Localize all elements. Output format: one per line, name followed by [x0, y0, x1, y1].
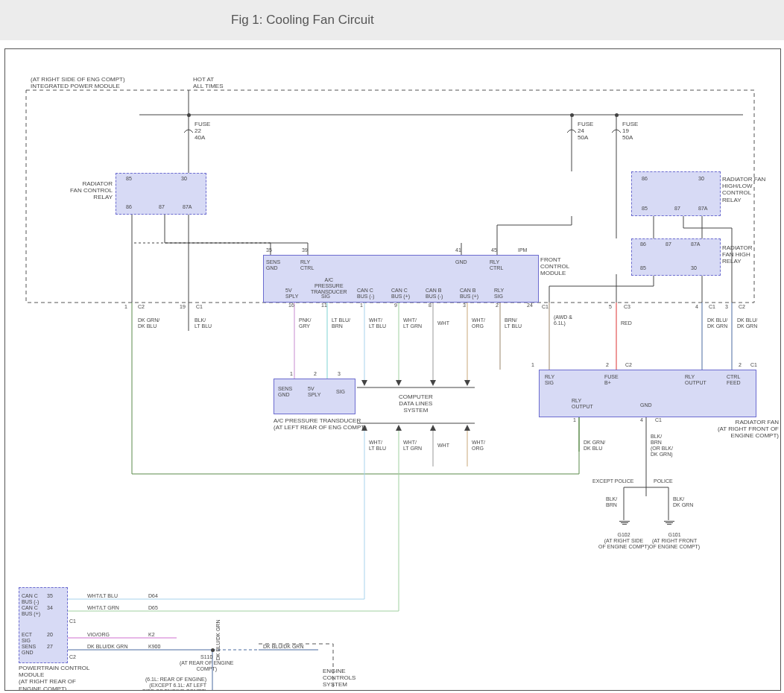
signal-label: RLY SIG — [545, 374, 554, 386]
arrow-down-icon — [464, 380, 470, 386]
arrow-up-icon — [361, 425, 367, 431]
pin-label: 20 — [47, 632, 53, 638]
wire-color: LT BLU/ BRN — [332, 317, 350, 329]
wire-color: BLK/ BRN — [606, 496, 617, 508]
figure-title: Fig 1: Cooling Fan Circuit — [0, 0, 784, 41]
pin-label: 24 — [527, 303, 533, 308]
pin-label: 85 — [126, 176, 132, 182]
conn-label: C1 — [542, 304, 549, 310]
pin-label: 1 — [531, 362, 534, 368]
wire-color: PNK/ GRY — [299, 317, 311, 329]
splice-label: S110 (AT REAR OF ENGINE COMPT) — [180, 654, 233, 672]
fcm-name: FRONT CONTROL MODULE — [540, 256, 569, 277]
signal-label: CAN C BUS (-) — [357, 288, 374, 300]
signal-label: RLY SIG — [494, 288, 504, 300]
conn-label: C1 — [709, 304, 715, 310]
wire-color: WHT/ ORG — [472, 440, 485, 452]
signal-label: ECT SIG — [22, 632, 32, 644]
pin-label: 4 — [695, 304, 698, 310]
transducer-name: A/C PRESSURE TRANSDUCER (AT LEFT REAR OF… — [274, 417, 367, 431]
wire-color: DK BLU/DK GRN — [263, 644, 303, 650]
wire-note: POLICE — [654, 478, 673, 484]
wire-color: DK GRN/ DK BLU — [138, 317, 159, 329]
hot-label: HOT AT ALL TIMES — [193, 76, 223, 89]
fuse19-label: FUSE 19 50A — [622, 121, 638, 142]
conn-label: C2 — [625, 362, 632, 368]
wire-color: DK BLU/DK GRN — [87, 644, 127, 650]
pin-label: 85 — [642, 206, 648, 212]
pin-label: 8 — [429, 303, 431, 308]
ground-icon — [619, 520, 630, 525]
pin-label: 30 — [691, 265, 697, 271]
junction-dot — [211, 648, 215, 652]
wire-color: RED — [621, 320, 632, 326]
signal-label: CAN C BUS (+) — [391, 288, 410, 300]
pin-label: 1 — [360, 303, 363, 308]
radiator-fan — [539, 370, 756, 417]
wire-color: WHT — [437, 443, 449, 449]
ground-icon — [664, 520, 674, 525]
pin-label: 86 — [126, 204, 132, 210]
pin-label: 86 — [642, 176, 648, 182]
signal-label: 5V SPLY — [285, 288, 298, 300]
conn-label: C2 — [138, 304, 145, 310]
junction-dot — [187, 113, 191, 117]
cdl-label: COMPUTER DATA LINES SYSTEM — [399, 393, 433, 414]
signal-label: RLY OUTPUT — [685, 374, 706, 386]
pin-label: 3 — [725, 304, 728, 310]
conn-label: C2 — [739, 304, 745, 310]
signal-label: SENS GND — [266, 259, 280, 271]
pin-label: 87A — [183, 204, 192, 210]
pin-label: 86 — [640, 241, 646, 247]
wire-color: BLK/ DK GRN — [673, 496, 693, 508]
radfan-name: RADIATOR FAN (AT RIGHT FRONT OF ENGINE C… — [704, 419, 779, 440]
signal-label: RLY CTRL — [300, 259, 314, 271]
pin-label: 34 — [47, 605, 53, 611]
conn-label: C1 — [655, 417, 662, 423]
wire-color: WHT/ LT BLU — [369, 317, 386, 329]
signal-label: SENS GND — [22, 644, 36, 656]
pin-label: 2 — [739, 362, 742, 368]
wire-color: DK BLU/ DK GRN — [737, 317, 757, 329]
pin-label: 5 — [609, 304, 612, 310]
ground-label: G101 (AT RIGHT FRONT OF ENGINE COMPT) — [649, 532, 700, 550]
wire-color: WHT/ LT GRN — [403, 440, 422, 452]
pin-label: 87A — [698, 206, 707, 212]
pin-label: 11 — [321, 303, 327, 308]
signal-label: CAN C BUS (-) — [22, 593, 39, 605]
wire-note: EXCEPT POLICE — [592, 478, 634, 484]
pin-label: 85 — [640, 265, 646, 271]
pin-label: 1 — [290, 371, 293, 377]
wire-color: WHT/LT BLU — [87, 593, 118, 599]
signal-label: RLY CTRL — [490, 259, 503, 271]
signal-label: SIG — [321, 294, 330, 300]
pin-label: 45 — [491, 247, 497, 253]
pin-label: 27 — [47, 644, 53, 650]
wire-color: WHT/LT GRN — [87, 605, 119, 611]
pin-label: 2 — [606, 362, 609, 368]
pin-label: 30 — [181, 176, 187, 182]
wire-color: VIO/ORG — [87, 632, 110, 638]
pin-label: 35 — [47, 593, 53, 599]
wire-color: BRN/ LT BLU — [505, 317, 522, 329]
fuse24-label: FUSE 24 50A — [578, 121, 593, 142]
signal-label: SIG — [336, 389, 345, 395]
pin-label: 87 — [666, 241, 671, 247]
pin-label: 4 — [640, 417, 643, 423]
signal-label: 5V SPLY — [308, 386, 320, 398]
wire-note: (AWD & 6.1L) — [554, 314, 572, 326]
signal-label: GND — [455, 259, 467, 265]
wire-color: DK GRN/ DK BLU — [584, 440, 605, 452]
conn-label: C1 — [196, 304, 203, 310]
pin-label: 2 — [496, 303, 499, 308]
arrow-down-icon — [361, 380, 367, 386]
conn-label: C1 — [69, 618, 76, 624]
signal-label: FUSE B+ — [604, 374, 619, 386]
pin-label: 3 — [338, 371, 341, 377]
arrow-down-icon — [430, 380, 436, 386]
wire-color: BLK/ BRN (OR BLK/ DK GRN) — [651, 434, 673, 458]
pin-label: 87 — [159, 204, 165, 210]
pin-label: 16 — [288, 303, 294, 308]
circuit-id: D64 — [148, 593, 158, 599]
circuit-id: K900 — [148, 644, 160, 650]
